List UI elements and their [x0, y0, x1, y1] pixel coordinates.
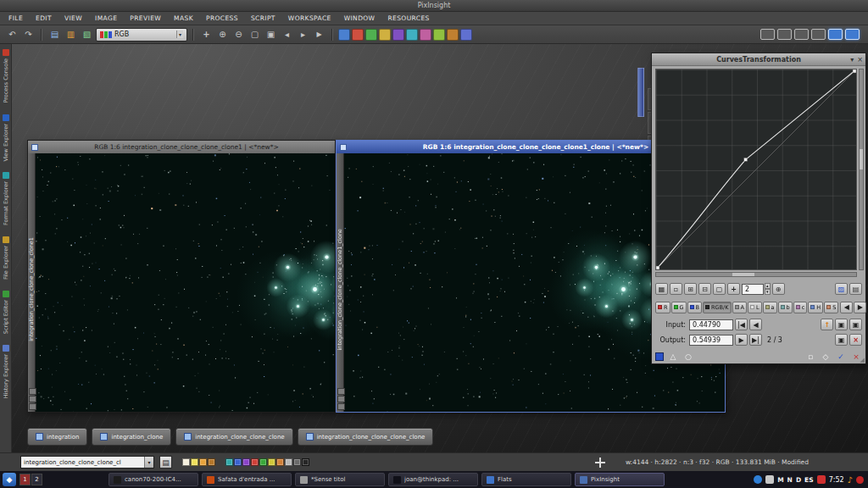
- zoom-spinbox[interactable]: 2 ▴▾: [742, 283, 771, 295]
- process-icon-2[interactable]: [352, 29, 364, 41]
- prev-point-icon[interactable]: ◀: [749, 319, 762, 330]
- taskbar-window-pixinsight[interactable]: PixInsight: [575, 473, 665, 486]
- tray-battery-icon[interactable]: [817, 475, 826, 484]
- palette-swatch[interactable]: [259, 458, 267, 466]
- palette-swatch[interactable]: [251, 458, 259, 466]
- image-canvas-1[interactable]: [36, 153, 335, 412]
- display-channel-select[interactable]: RGB ▾: [96, 28, 187, 42]
- process-icon-5[interactable]: [392, 29, 404, 41]
- channel-g-button[interactable]: G: [671, 302, 687, 313]
- menu-workspace[interactable]: WORKSPACE: [288, 14, 331, 22]
- show-all-curves-icon[interactable]: ▫: [670, 283, 682, 295]
- process-icon-10[interactable]: [460, 29, 472, 41]
- palette-swatch[interactable]: [234, 458, 242, 466]
- sidebar-item-process-console[interactable]: Process Console: [3, 49, 9, 103]
- channel-b-button[interactable]: B: [687, 302, 702, 313]
- process-icon-9[interactable]: [447, 29, 459, 41]
- new-view-icon[interactable]: ▤: [159, 456, 172, 469]
- menu-window[interactable]: WINDOW: [344, 14, 376, 22]
- undo-icon[interactable]: ↶: [5, 28, 19, 42]
- taskbar-window-terminal[interactable]: joan@thinkpad: ...: [388, 473, 478, 486]
- view-selector[interactable]: integration_clone_clone_clone_cl ▾: [20, 456, 154, 469]
- sidebar-item-script-editor[interactable]: Script Editor: [3, 291, 9, 334]
- taskbar-window-untitled[interactable]: *Sense titol: [295, 473, 385, 486]
- pan-mode-icon[interactable]: +: [727, 283, 740, 295]
- resize-grip[interactable]: ◢: [860, 357, 865, 363]
- channel-rgbk-button[interactable]: RGB/K: [703, 302, 731, 313]
- menu-process[interactable]: PROCESS: [206, 14, 238, 22]
- workspace-3-icon[interactable]: [794, 29, 809, 40]
- window-shade-icon[interactable]: ▾: [850, 56, 854, 64]
- process-icon-8[interactable]: [433, 29, 445, 41]
- channel-r-button[interactable]: R: [655, 302, 670, 313]
- process-icon-1[interactable]: [338, 29, 350, 41]
- edit-instance-icon[interactable]: [655, 352, 664, 361]
- zoom-out-tool-icon[interactable]: ⊖: [231, 28, 246, 42]
- channel-h-button[interactable]: H: [808, 302, 823, 313]
- curves-window-titlebar[interactable]: CurvesTransformation ▾ ×: [652, 53, 865, 66]
- workspace-5-icon[interactable]: [828, 29, 843, 40]
- view-tab-buttons[interactable]: [337, 388, 345, 410]
- view-tab-buttons[interactable]: [29, 388, 36, 410]
- zoom-out-icon[interactable]: ⊟: [698, 283, 711, 295]
- process-icon-4[interactable]: [379, 29, 391, 41]
- mask-toggle-icon[interactable]: ▧: [80, 28, 94, 42]
- menu-image[interactable]: IMAGE: [95, 14, 117, 22]
- input-value-field[interactable]: 0.44790: [689, 319, 733, 330]
- zoom-in-tool-icon[interactable]: ⊕: [215, 28, 230, 42]
- palette-swatch[interactable]: [285, 458, 292, 466]
- keyboard-layout[interactable]: ES: [804, 476, 814, 484]
- spinner-arrows[interactable]: ▴▾: [765, 283, 771, 295]
- store-curve-icon[interactable]: ▨: [835, 283, 848, 295]
- sidebar-item-view-explorer[interactable]: View Explorer: [3, 114, 9, 162]
- zoom-1-1-icon[interactable]: ▣: [264, 28, 278, 42]
- workspace-2-icon[interactable]: [777, 29, 792, 40]
- first-point-icon[interactable]: |◀: [735, 319, 748, 330]
- window-tab-integration-clone-clone-clone-clone[interactable]: integration_clone_clone_clone_clone: [298, 428, 434, 446]
- browse-documentation-icon[interactable]: ▫: [804, 351, 816, 362]
- palette-swatch[interactable]: [242, 458, 250, 466]
- menu-preview[interactable]: PREVIEW: [130, 14, 161, 22]
- taskbar-window-inbox[interactable]: Safata d'entrada ...: [202, 473, 292, 486]
- channel-cb-button[interactable]: b: [778, 302, 793, 313]
- workspace-4-icon[interactable]: [811, 29, 826, 40]
- tray-network-icon[interactable]: [754, 475, 762, 484]
- process-icon-7[interactable]: [420, 29, 431, 41]
- image-window-1-view-tab[interactable]: integration_clone_clone_clone_clone1: [28, 153, 36, 412]
- next-view-icon[interactable]: ▸: [296, 28, 310, 42]
- palette-swatch[interactable]: [268, 458, 275, 466]
- menu-resources[interactable]: RESOURCES: [387, 14, 429, 22]
- window-tab-integration-clone-clone-clone[interactable]: integration_clone_clone_clone: [175, 428, 292, 446]
- delete-point-icon[interactable]: ×: [849, 334, 862, 346]
- tray-notification-icon[interactable]: [856, 476, 864, 484]
- zoom-in-icon[interactable]: ⊞: [684, 283, 697, 295]
- display-palette-right[interactable]: [225, 458, 309, 466]
- snap-grid-icon[interactable]: ▣: [835, 319, 848, 330]
- sidebar-item-format-explorer[interactable]: Format Explorer: [3, 172, 9, 225]
- prev-view-icon[interactable]: ◂: [280, 28, 294, 42]
- image-window-2-view-tab[interactable]: integration_clone_clone_clone_clone1_clo…: [337, 153, 344, 412]
- palette-swatch[interactable]: [182, 458, 190, 466]
- interpolation-icon[interactable]: ▣: [835, 334, 848, 346]
- zoom-fit-icon[interactable]: ▢: [713, 283, 726, 295]
- image-window-1-titlebar[interactable]: RGB 1:6 integration_clone_clone_clone_cl…: [28, 141, 335, 153]
- realtime-preview-icon[interactable]: ○: [682, 351, 694, 362]
- restore-curve-icon[interactable]: ▤: [849, 283, 862, 295]
- menu-file[interactable]: FILE: [8, 14, 23, 22]
- plot-horizontal-scrollbar[interactable]: [655, 272, 857, 277]
- taskbar-window-canon[interactable]: canon70-200-IC4...: [108, 473, 198, 486]
- redo-icon[interactable]: ↷: [21, 28, 36, 42]
- curves-plot[interactable]: [655, 69, 857, 270]
- tray-clipboard-icon[interactable]: [765, 475, 774, 484]
- zoom-value[interactable]: 2: [742, 284, 764, 295]
- apply-icon[interactable]: ✓: [835, 351, 847, 362]
- prev-channel-icon[interactable]: ◀: [840, 302, 853, 313]
- process-icon-3[interactable]: [365, 29, 377, 41]
- process-icon-6[interactable]: [406, 29, 418, 41]
- palette-swatch[interactable]: [225, 458, 233, 466]
- new-instance-icon[interactable]: △: [667, 351, 679, 362]
- zoom-reset-icon[interactable]: ⊕: [772, 283, 785, 295]
- screen-transfer-icon[interactable]: ▤: [47, 28, 62, 42]
- start-menu-button[interactable]: ◆: [3, 473, 16, 486]
- palette-swatch[interactable]: [208, 458, 215, 466]
